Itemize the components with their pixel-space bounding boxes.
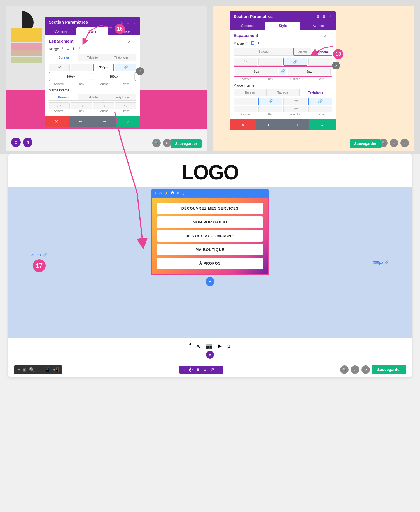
panel-left-expand-icon[interactable]: ⊞ — [121, 20, 124, 24]
toolbar-phone-icon[interactable]: 📲 — [53, 367, 59, 372]
section-trash-icon[interactable]: 🗑 — [176, 191, 180, 195]
chevron-up-left[interactable]: ∧ — [128, 39, 130, 43]
panel-right-grid-icon[interactable]: ⊟ — [323, 14, 326, 18]
footer-cancel-right[interactable]: ✕ — [230, 119, 256, 130]
inner-spacing-gauche[interactable]: /–/ — [93, 102, 114, 109]
panel-right-expand-icon[interactable]: ⊞ — [317, 14, 320, 18]
device-telephone-left[interactable]: Téléphone — [107, 54, 136, 61]
inner-bureau-left[interactable]: Bureau — [49, 94, 78, 101]
search-icon-left[interactable]: 🔍 — [152, 139, 161, 147]
spacing-gauche-left[interactable]: 300px — [93, 64, 114, 71]
section-more-icon[interactable]: ⋮ — [182, 191, 185, 195]
inner-spacing-bas[interactable]: /–/ — [71, 102, 92, 109]
link-icon-left[interactable]: 🔗 — [115, 64, 136, 71]
toolbar-tablet-icon[interactable]: 📱 — [45, 367, 50, 372]
adjust-icon[interactable]: ⇅ — [23, 138, 32, 147]
chevron-up-right[interactable]: ∧ — [324, 33, 326, 38]
center-gear-icon[interactable]: ⚙ — [203, 367, 207, 372]
tab-avance-right[interactable]: Avancé — [300, 22, 336, 30]
section-power-icon[interactable]: ⏻ — [171, 191, 174, 195]
footer-redo-left[interactable]: ↪ — [92, 116, 116, 127]
social-facebook[interactable]: f — [189, 342, 191, 349]
cursor-icon-left[interactable]: ⬆ — [72, 47, 75, 51]
device-icon-monitor-left[interactable]: 🖥 — [66, 46, 70, 51]
panel-left-more-icon[interactable]: ⋮ — [132, 20, 136, 24]
dismiss-left[interactable]: ↗ — [136, 67, 144, 75]
spacing-sommet-right[interactable]: /–/ — [234, 58, 257, 66]
device-tablette-right[interactable]: Tablette — [294, 48, 311, 55]
dismiss-right[interactable]: ↗ — [332, 62, 340, 69]
add-section-btn[interactable]: + — [206, 277, 214, 286]
help-icon-right[interactable]: ? — [400, 139, 409, 147]
spacing-300-right-left[interactable]: 300px — [93, 73, 135, 80]
device-bureau-left[interactable]: Bureau — [49, 54, 78, 61]
social-pinterest[interactable]: 𝕡 — [227, 342, 231, 349]
section-bolt-icon[interactable]: ⚡ — [164, 191, 169, 195]
inner-telephone-right[interactable]: Téléphone — [299, 89, 332, 96]
inner-spacing-droite[interactable]: /–/ — [115, 102, 136, 109]
menu-btn-3[interactable]: JE VOUS ACCOMPAGNE — [157, 230, 263, 242]
cursor-icon-right[interactable]: ⬆ — [257, 41, 260, 45]
inner-link2-right[interactable]: 🔗 — [308, 98, 332, 105]
sauvegarder-main-btn[interactable]: Sauvegarder — [372, 365, 406, 374]
tab-contenu-left[interactable]: Contenu — [45, 27, 76, 35]
inner-spacing-0px-r1[interactable]: 0px — [283, 98, 307, 105]
footer-redo-right[interactable]: ↪ — [283, 119, 309, 130]
close-circle-btn[interactable]: × — [206, 351, 214, 359]
toolbar-grid-icon[interactable]: ⊞ — [23, 367, 26, 372]
tab-style-right[interactable]: Style — [265, 22, 301, 30]
device-bureau-right[interactable]: Bureau — [234, 48, 293, 56]
spacing-sommet-left[interactable]: /–/ — [49, 64, 70, 71]
center-add-icon[interactable]: + — [183, 367, 185, 372]
dots-right[interactable]: ⋮ — [328, 33, 332, 38]
footer-confirm-right[interactable]: ✓ — [309, 119, 336, 130]
center-power-icon[interactable]: ⏻ — [189, 367, 193, 372]
toolbar-search-icon[interactable]: 🔍 — [29, 367, 35, 372]
menu-btn-1[interactable]: DÉCOUVREZ MES SERVICES — [157, 203, 263, 214]
toolbar-search-btn[interactable]: 🔍 — [340, 365, 349, 374]
layers-icon-left[interactable]: ⊙ — [163, 139, 171, 147]
dots2-right[interactable]: ⋮ — [262, 41, 266, 45]
spacing-bas-left[interactable] — [71, 64, 92, 71]
social-twitter[interactable]: 𝕏 — [196, 342, 200, 349]
device-icon-monitor-right[interactable]: 🖥 — [250, 41, 255, 46]
device-telephone-right[interactable]: Téléphone — [311, 48, 332, 55]
menu-btn-5[interactable]: À PROPOS — [157, 258, 263, 269]
footer-undo-right[interactable]: ↩ — [256, 119, 283, 130]
sauvegarder-btn-right[interactable]: Sauvegarder — [350, 139, 381, 148]
toolbar-layers-btn[interactable]: ⊙ — [351, 365, 359, 374]
center-adjust-icon[interactable]: || — [218, 367, 220, 372]
footer-undo-left[interactable]: ↩ — [69, 116, 92, 127]
menu-btn-4[interactable]: MA BOUTIQUE — [157, 244, 263, 255]
panel-left-grid-icon[interactable]: ⊟ — [127, 20, 130, 24]
social-youtube[interactable]: ▶ — [218, 342, 222, 349]
spacing-0px-droite-right[interactable]: 0px — [288, 68, 331, 75]
panel-right-more-icon[interactable]: ⋮ — [328, 14, 332, 18]
toolbar-desktop-icon[interactable]: 🖥 — [38, 367, 42, 372]
section-add-icon[interactable]: + — [155, 191, 157, 195]
footer-cancel-left[interactable]: ✕ — [45, 116, 69, 127]
link-icon-right1[interactable]: 🔗 — [283, 58, 307, 66]
device-tablette-left[interactable]: Tablette — [78, 54, 107, 61]
inner-spacing-sommet-right[interactable] — [234, 98, 257, 105]
clock-icon[interactable]: ⏱ — [11, 138, 21, 147]
menu-btn-2[interactable]: MON PORTFOLIO — [157, 216, 263, 228]
inner-telephone-left[interactable]: Téléphone — [107, 94, 136, 101]
sauvegarder-btn-left[interactable]: Sauvegarder — [171, 139, 202, 148]
tab-contenu-right[interactable]: Contenu — [230, 22, 265, 30]
inner-tablette-left[interactable]: Tablette — [78, 94, 107, 101]
inner-link-right[interactable]: 🔗 — [258, 98, 282, 105]
spacing-bas-right[interactable] — [258, 58, 282, 66]
dots-left[interactable]: ⋮ — [132, 39, 136, 43]
toolbar-help-btn[interactable]: ? — [361, 365, 370, 374]
layers-icon-right[interactable]: ⊙ — [390, 139, 398, 147]
link-icon-right2[interactable]: 🔗 — [279, 68, 286, 75]
social-instagram[interactable]: 📷 — [206, 342, 213, 349]
toolbar-menu-icon[interactable]: ≡ — [17, 367, 20, 372]
footer-confirm-left[interactable]: ✓ — [116, 116, 140, 127]
spacing-0px-gauche-right[interactable]: 0px — [235, 68, 278, 75]
dots2-left[interactable]: ⋮ — [77, 47, 81, 51]
inner-tablette-right[interactable]: Tablette — [266, 89, 299, 96]
spacing-300-left[interactable]: 300px — [50, 73, 92, 80]
center-clock-icon[interactable]: ⏱ — [210, 367, 214, 372]
